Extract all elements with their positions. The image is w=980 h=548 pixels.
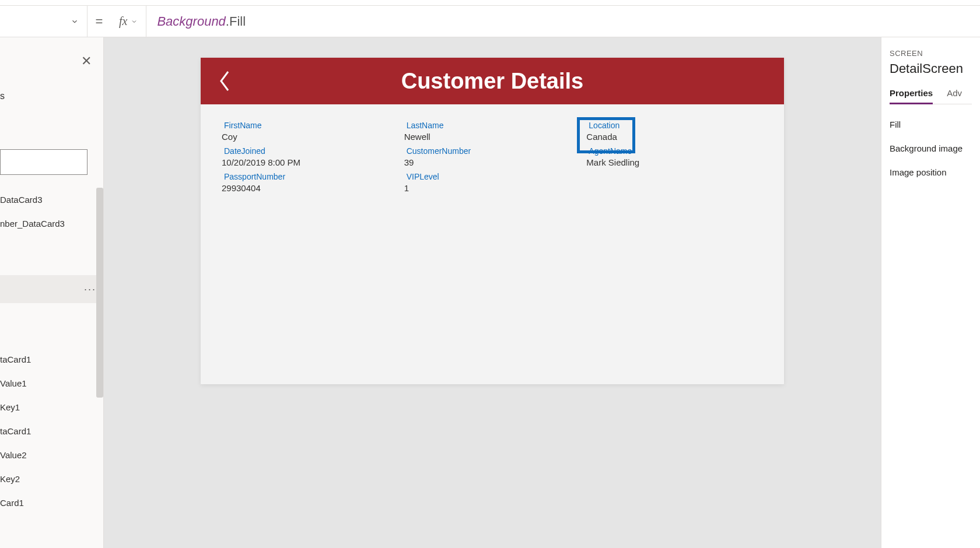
card-value: Newell [404, 132, 581, 142]
tree-item[interactable]: nber_DataCard3 [0, 212, 103, 236]
property-fill[interactable]: Fill [890, 120, 972, 129]
properties-panel: SCREEN DetailScreen Properties Adv Fill … [881, 37, 980, 548]
card-label: Location [586, 121, 763, 130]
more-icon[interactable]: ··· [84, 283, 96, 296]
tree-heading: s [0, 91, 5, 101]
scrollbar[interactable] [96, 188, 103, 398]
tree-item[interactable]: Card1 [0, 491, 103, 515]
fx-label: fx [119, 15, 127, 28]
tree-item[interactable]: taCard1 [0, 347, 103, 371]
equals-label: = [88, 14, 111, 29]
properties-tabs: Properties Adv [890, 88, 972, 104]
top-menu-strip [0, 0, 980, 6]
tree-item[interactable]: Value1 [0, 371, 103, 395]
tree-item[interactable]: Key2 [0, 467, 103, 491]
screen-header: Customer Details [201, 58, 784, 104]
datacard-location[interactable]: Location Canada [586, 121, 763, 143]
card-value: 39 [404, 157, 581, 167]
card-label: AgentName [586, 146, 763, 156]
tree-item-selected[interactable]: ··· [0, 275, 103, 303]
datacard-passportnumber[interactable]: PassportNumber 29930404 [222, 172, 398, 194]
card-value: Mark Siedling [586, 157, 763, 167]
tab-properties[interactable]: Properties [890, 88, 933, 104]
datacard-firstname[interactable]: FirstName Coy [222, 121, 398, 143]
datacard-datejoined[interactable]: DateJoined 10/20/2019 8:00 PM [222, 146, 398, 168]
tree-item[interactable]: DataCard3 [0, 188, 103, 212]
card-value: 10/20/2019 8:00 PM [222, 157, 398, 167]
fx-button[interactable]: fx [111, 6, 146, 37]
back-icon[interactable] [216, 69, 233, 93]
card-label: LastName [404, 121, 581, 130]
chevron-down-icon [71, 17, 79, 26]
object-type-label: SCREEN [890, 49, 972, 58]
object-name: DetailScreen [890, 61, 972, 76]
property-background-image[interactable]: Background image [890, 143, 972, 153]
detail-screen[interactable]: Customer Details FirstName Coy LastName … [201, 58, 784, 384]
card-value: Coy [222, 132, 398, 142]
card-value: 1 [404, 183, 581, 193]
card-value: Canada [586, 132, 763, 142]
datacard-viplevel[interactable]: VIPLevel 1 [404, 172, 581, 194]
formula-token-prop: .Fill [226, 14, 246, 29]
page-title: Customer Details [201, 69, 784, 94]
datacard-customernumber[interactable]: CustomerNumber 39 [404, 146, 581, 168]
card-label: VIPLevel [404, 172, 581, 181]
tree-item[interactable]: Value2 [0, 443, 103, 467]
card-label: DateJoined [222, 146, 398, 156]
card-label: CustomerNumber [404, 146, 581, 156]
tree-item[interactable]: Key1 [0, 395, 103, 419]
property-dropdown[interactable] [0, 6, 88, 37]
formula-token-ident: Background [157, 14, 225, 29]
property-list: Fill Background image Image position [890, 120, 972, 177]
datacard-lastname[interactable]: LastName Newell [404, 121, 581, 143]
workspace: ✕ s DataCard3 nber_DataCard3 ··· taCard1… [0, 37, 980, 548]
formula-input[interactable]: Background.Fill [146, 6, 980, 37]
detail-form: FirstName Coy LastName Newell Location C… [201, 104, 784, 384]
search-input[interactable] [0, 149, 88, 175]
datacard-agentname[interactable]: AgentName Mark Siedling [586, 146, 763, 168]
tree-list: DataCard3 nber_DataCard3 ··· taCard1 Val… [0, 188, 103, 515]
canvas[interactable]: Customer Details FirstName Coy LastName … [104, 37, 881, 548]
tree-view-panel: ✕ s DataCard3 nber_DataCard3 ··· taCard1… [0, 37, 104, 548]
close-icon[interactable]: ✕ [81, 55, 92, 68]
card-label: FirstName [222, 121, 398, 130]
tab-advanced[interactable]: Adv [947, 88, 962, 104]
formula-bar: = fx Background.Fill [0, 6, 980, 37]
card-label: PassportNumber [222, 172, 398, 181]
chevron-down-icon [131, 18, 138, 25]
tree-item[interactable]: taCard1 [0, 419, 103, 443]
property-image-position[interactable]: Image position [890, 167, 972, 177]
card-value: 29930404 [222, 183, 398, 193]
